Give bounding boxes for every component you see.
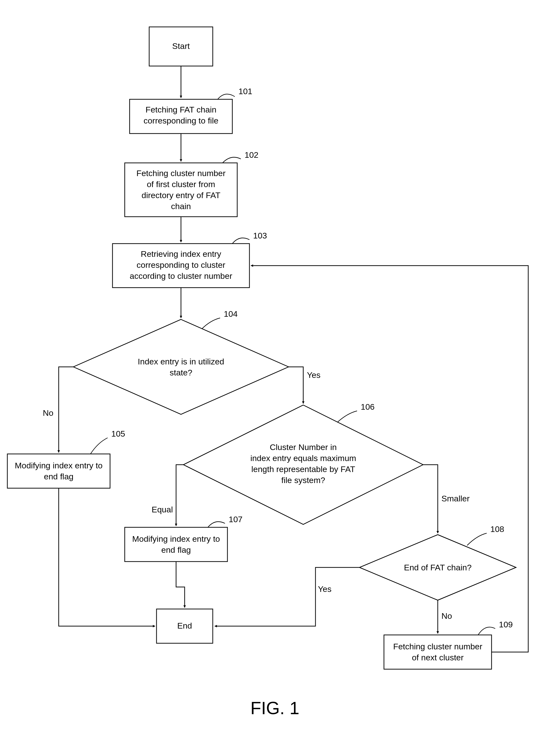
edge-106-equal-label: Equal <box>152 505 173 514</box>
ref-107: 107 <box>229 515 243 524</box>
node-109 <box>384 635 492 669</box>
ref-104: 104 <box>224 309 238 318</box>
node-106-line3: length representable by FAT <box>251 464 355 474</box>
leader-108 <box>467 533 487 545</box>
node-103-line3: according to cluster number <box>130 271 232 281</box>
edge-104-yes-label: Yes <box>307 370 320 380</box>
ref-109: 109 <box>499 620 513 629</box>
node-103-line1: Retrieving index entry <box>141 249 221 259</box>
start-label: Start <box>172 41 190 51</box>
node-106-line4: file system? <box>281 475 325 485</box>
node-105-line1: Modifying index entry to <box>15 461 102 470</box>
edge-104-no-label: No <box>43 408 53 417</box>
ref-106: 106 <box>361 402 375 411</box>
edge-106-smaller-label: Smaller <box>441 494 470 503</box>
ref-103: 103 <box>253 231 267 240</box>
leader-104 <box>202 318 220 329</box>
node-103-line2: corresponding to cluster <box>137 260 225 270</box>
edge-106-smaller <box>423 465 438 533</box>
edge-104-no <box>59 367 73 452</box>
node-104-line2: state? <box>170 368 192 377</box>
leader-107 <box>208 522 225 527</box>
node-102-line2: of first cluster from <box>147 180 215 189</box>
leader-101 <box>218 94 235 99</box>
node-104 <box>73 319 289 414</box>
leader-105 <box>90 438 108 454</box>
node-106-line2: index entry equals maximum <box>250 453 356 463</box>
edge-108-yes-label: Yes <box>318 584 331 594</box>
ref-102: 102 <box>245 150 258 159</box>
edge-108-no-label: No <box>441 611 452 621</box>
node-109-line1: Fetching cluster number <box>393 642 483 651</box>
node-105 <box>7 454 110 488</box>
leader-103 <box>232 238 249 244</box>
end-label: End <box>177 621 192 630</box>
node-102-line3: directory entry of FAT <box>142 191 220 200</box>
node-108-line1: End of FAT chain? <box>404 563 472 572</box>
ref-105: 105 <box>111 429 125 438</box>
node-101-line2: corresponding to file <box>144 116 218 125</box>
node-107-line1: Modifying index entry to <box>132 534 220 543</box>
node-107-line2: end flag <box>161 545 191 554</box>
edge-106-equal <box>176 465 183 526</box>
node-105-line2: end flag <box>44 472 74 481</box>
leader-106 <box>337 411 357 422</box>
edge-107-end <box>176 562 185 608</box>
leader-109 <box>478 627 495 635</box>
figure-caption: FIG. 1 <box>250 698 299 718</box>
node-104-line1: Index entry is in utilized <box>138 357 224 366</box>
node-109-line2: of next cluster <box>412 653 464 662</box>
node-107 <box>125 527 227 562</box>
node-102-line1: Fetching cluster number <box>136 169 226 178</box>
edge-104-yes <box>289 367 303 404</box>
node-101-line1: Fetching FAT chain <box>146 105 216 114</box>
edge-108-yes <box>215 567 359 626</box>
node-102-line4: chain <box>171 202 191 211</box>
ref-108: 108 <box>490 524 504 534</box>
leader-102 <box>223 157 241 163</box>
flowchart: Start Fetching FAT chain corresponding t… <box>0 0 550 756</box>
ref-101: 101 <box>238 87 252 96</box>
node-106-line1: Cluster Number in <box>270 442 337 452</box>
